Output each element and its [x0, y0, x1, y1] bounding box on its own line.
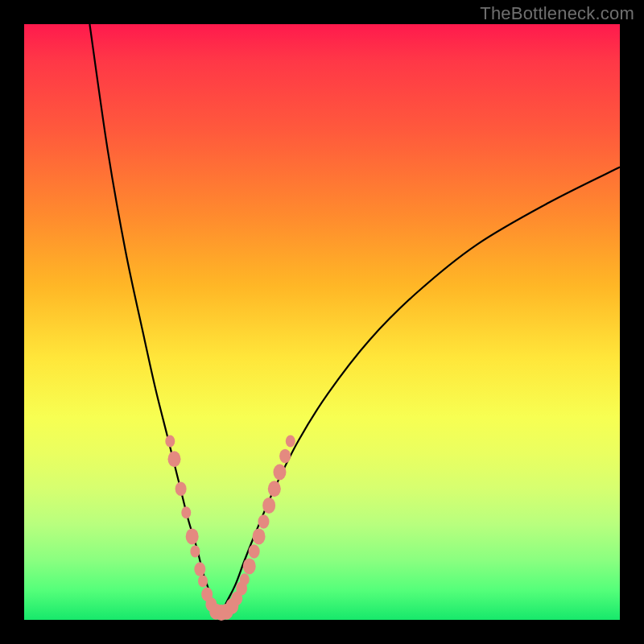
right-curve — [221, 167, 620, 614]
bead-marker — [273, 464, 286, 480]
bead-marker — [286, 436, 295, 448]
bead-marker — [240, 573, 250, 585]
bead-marker — [262, 497, 275, 514]
bead-marker — [243, 558, 256, 574]
bead-marker — [186, 528, 199, 544]
bead-marker — [198, 575, 208, 587]
bead-marker — [181, 506, 191, 518]
bead-marker — [249, 544, 260, 559]
bead-marker — [279, 449, 291, 464]
bead-marker — [194, 562, 205, 576]
bead-marker — [165, 436, 175, 448]
watermark-text: TheBottleneck.com — [480, 3, 634, 24]
chart-frame: TheBottleneck.com — [0, 0, 644, 644]
bead-marker — [167, 451, 180, 467]
left-curve — [89, 24, 214, 614]
bead-marker — [258, 514, 269, 529]
bead-marker — [253, 528, 266, 544]
plot-area — [24, 24, 620, 620]
curve-svg — [24, 24, 620, 620]
bead-marker — [175, 481, 187, 496]
bead-group — [165, 436, 295, 621]
bead-marker — [190, 545, 200, 557]
bead-marker — [268, 481, 281, 497]
